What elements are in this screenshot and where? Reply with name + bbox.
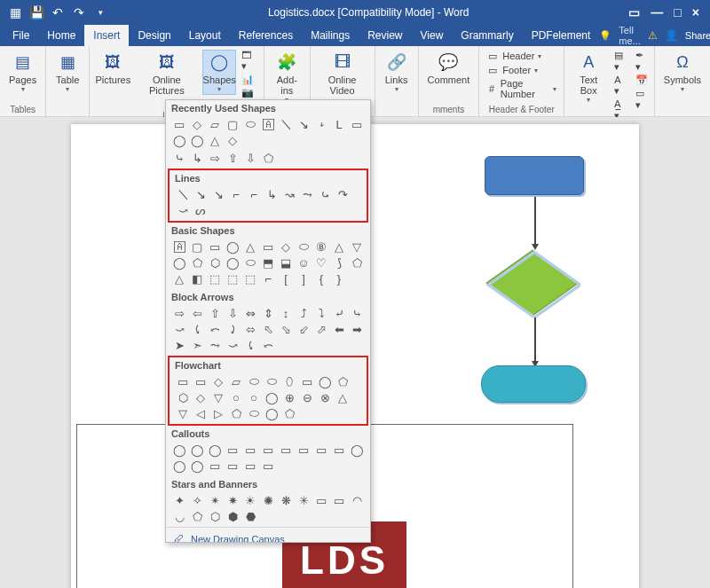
shape-option[interactable]: ⤻	[225, 338, 241, 352]
shape-option[interactable]: ⬭	[296, 239, 312, 254]
shape-option[interactable]: ◯	[225, 255, 241, 270]
shape-option[interactable]: ↳	[264, 187, 280, 201]
shape-option[interactable]: ⬠	[260, 151, 276, 165]
qat-dropdown-icon[interactable]: ▾	[92, 4, 108, 20]
shape-option[interactable]: ⌐	[228, 187, 244, 201]
flowchart-decision-shape[interactable]	[485, 248, 580, 318]
tab-review[interactable]: Review	[359, 25, 411, 46]
shape-option[interactable]: ❋	[278, 493, 294, 507]
shape-option[interactable]: ◠	[349, 493, 365, 507]
date-icon[interactable]: 📅	[635, 74, 649, 86]
shape-row[interactable]: 🄰▢▭◯△▭◇⬭⑧△▽◯⬠⬡◯⬭⬒⬓☺♡⟆⬠△◧⬚⬚⬚⌐[]{}	[171, 238, 365, 287]
shape-option[interactable]: ▭	[296, 443, 312, 457]
shape-option[interactable]: ◇	[210, 374, 226, 388]
shape-option[interactable]: ◇	[189, 117, 205, 131]
shape-option[interactable]: ⬣	[242, 509, 258, 523]
shape-option[interactable]: 🄰	[260, 117, 276, 131]
pages-button[interactable]: ▤ Pages ▾	[5, 50, 40, 95]
flowchart-terminator-shape[interactable]	[481, 365, 586, 403]
symbols-button[interactable]: Ω Symbols ▾	[660, 50, 705, 95]
shape-option[interactable]: ✧	[189, 493, 205, 507]
shape-option[interactable]: ☺	[296, 255, 312, 270]
shape-option[interactable]: ▭	[260, 239, 276, 254]
shape-option[interactable]: L	[331, 117, 347, 131]
shape-option[interactable]: ⤶	[331, 306, 347, 320]
tab-home[interactable]: Home	[38, 25, 84, 46]
shape-option[interactable]: ◯	[189, 443, 205, 457]
shape-option[interactable]: △	[242, 239, 258, 254]
shape-option[interactable]: △	[335, 390, 351, 404]
shape-option[interactable]: ◯	[264, 406, 280, 420]
shape-option[interactable]: ◇	[278, 239, 294, 254]
smartart-icon[interactable]: 🗔 ▾	[241, 50, 258, 72]
page-number-button[interactable]: #Page Number▾	[485, 78, 558, 99]
shape-option[interactable]: ○	[246, 390, 262, 404]
shape-option[interactable]: ➡	[349, 322, 365, 336]
tab-view[interactable]: View	[412, 25, 453, 46]
shape-option[interactable]: ▭	[207, 459, 223, 473]
tab-design[interactable]: Design	[129, 25, 179, 46]
shape-option[interactable]: ▢	[225, 117, 241, 131]
shape-option[interactable]: ⤻	[175, 203, 191, 217]
shape-option[interactable]: ⬡	[207, 255, 223, 270]
shape-option[interactable]: ♡	[313, 255, 329, 270]
ribbon-options-icon[interactable]: ▭	[628, 5, 640, 20]
shape-option[interactable]: ↝	[281, 187, 297, 201]
flowchart-process-shape[interactable]	[485, 156, 584, 195]
shape-option[interactable]: ◯	[171, 133, 187, 147]
shape-option[interactable]: ✳	[296, 493, 312, 507]
shape-option[interactable]: ◯	[349, 443, 365, 457]
chart-icon[interactable]: 📊	[241, 74, 254, 85]
shape-option[interactable]: ▭	[242, 443, 258, 457]
shape-option[interactable]: ⤿	[317, 187, 333, 201]
shape-option[interactable]: ⬭	[246, 374, 262, 388]
shape-option[interactable]: ▭	[313, 443, 329, 457]
shape-option[interactable]: ⇩	[225, 306, 241, 320]
tab-grammarly[interactable]: Grammarly	[452, 25, 522, 46]
shape-row[interactable]: ✦✧✴✷☀✺❋✳▭▭◠◡⬠⬡⬢⬣	[171, 491, 365, 525]
tab-file[interactable]: File	[4, 25, 38, 46]
shape-option[interactable]: ○	[228, 390, 244, 404]
shape-option[interactable]: ➣	[189, 338, 205, 352]
shape-option[interactable]: ✷	[225, 493, 241, 507]
shape-option[interactable]: ]	[296, 271, 312, 286]
shape-option[interactable]: ▭	[193, 374, 209, 388]
shape-option[interactable]: ⤷	[171, 151, 187, 165]
shape-option[interactable]: ＼	[278, 117, 294, 131]
shape-option[interactable]: ⇩	[242, 151, 258, 165]
shape-option[interactable]: △	[171, 271, 187, 286]
shape-option[interactable]: ◯	[264, 390, 280, 404]
shape-option[interactable]: ⬠	[189, 509, 205, 523]
shape-option[interactable]: }	[331, 271, 347, 286]
shape-option[interactable]: ⬭	[242, 117, 258, 131]
shape-row[interactable]: ⇨⇦⇧⇩⇔⇕↕⤴⤵⤶⤷⤻⤹⤺⤸⬄⬁⬂⬃⬀⬅➡➤➣⤳⤻⤹⤺	[171, 304, 365, 354]
shape-option[interactable]: ↷	[335, 187, 351, 201]
shape-option[interactable]: ▽	[175, 406, 191, 420]
shape-option[interactable]: ⤹	[189, 322, 205, 336]
shape-option[interactable]: ⬠	[349, 255, 365, 270]
shape-option[interactable]: ▭	[225, 459, 241, 473]
links-button[interactable]: 🔗 Links ▾	[381, 50, 413, 95]
shape-option[interactable]: ⬡	[207, 509, 223, 523]
tellme-text[interactable]: Tell me...	[619, 25, 640, 46]
shape-option[interactable]: ⇧	[207, 306, 223, 320]
tab-pdfelement[interactable]: PDFelement	[523, 25, 600, 46]
shape-option[interactable]: ◇	[193, 390, 209, 404]
pictures-button[interactable]: 🖼 Pictures	[95, 50, 130, 87]
shape-option[interactable]: ▭	[331, 493, 347, 507]
shape-option[interactable]: ↘	[296, 117, 312, 131]
redo-icon[interactable]: ↷	[71, 4, 87, 20]
object-icon[interactable]: ▭ ▾	[635, 88, 649, 111]
shape-option[interactable]: ⬅	[331, 322, 347, 336]
shape-option[interactable]: ☀	[242, 493, 258, 507]
share-button[interactable]: Share	[685, 30, 710, 41]
shape-option[interactable]: ⬁	[260, 322, 276, 336]
shape-option[interactable]: ◯	[171, 459, 187, 473]
shape-option[interactable]: ▭	[349, 117, 365, 131]
restore-button[interactable]: □	[674, 5, 681, 20]
addins-button[interactable]: 🧩 Add-ins ▾	[270, 50, 304, 106]
shape-option[interactable]: ⬠	[281, 406, 297, 420]
connector-arrow[interactable]	[534, 318, 536, 362]
shape-option[interactable]: ＼	[175, 187, 191, 201]
tab-layout[interactable]: Layout	[180, 25, 230, 46]
